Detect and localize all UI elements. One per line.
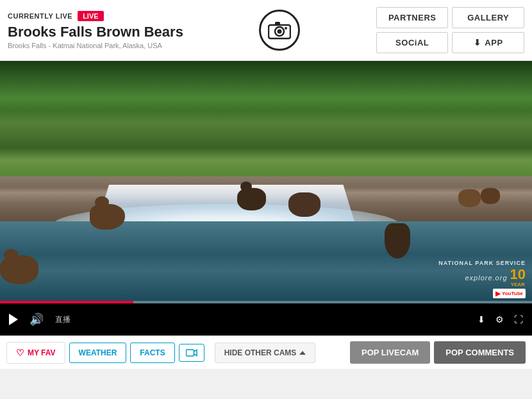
volume-icon: 🔊 [29, 312, 44, 327]
watermark: NATIONAL PARK SERVICE explore.org 10 YEA… [438, 260, 526, 298]
cam-icon-button[interactable] [179, 344, 204, 362]
bear-6 [458, 189, 481, 207]
fullscreen-button[interactable]: ⛶ [511, 312, 526, 327]
settings-button[interactable]: ⚙ [493, 312, 506, 327]
play-button[interactable] [6, 311, 21, 328]
video-controls: 🔊 直播 ⬇ ⚙ ⛶ [0, 303, 532, 335]
youtube-badge: ▶ YouTube [493, 289, 526, 298]
fav-button[interactable]: ♡ MY FAV [6, 342, 65, 364]
nps-label: NATIONAL PARK SERVICE [438, 260, 526, 266]
forest-background [0, 61, 532, 185]
explore-number: 10 [510, 267, 526, 282]
bear-3 [288, 192, 320, 217]
explore-label: explore.org [465, 274, 507, 282]
stream-location: Brooks Falls - Katmai National Park, Ala… [8, 42, 183, 49]
weather-button[interactable]: WEATHER [69, 343, 127, 363]
arrow-up-icon [299, 351, 306, 355]
pop-comments-button[interactable]: POP COMMENTS [434, 341, 526, 364]
pop-livecam-button[interactable]: POP LIVECAM [350, 341, 430, 364]
partners-button[interactable]: PARTNERS [376, 7, 449, 28]
stream-title: Brooks Falls Brown Bears [8, 24, 183, 40]
hide-cams-label: HIDE OTHER CAMS [224, 348, 297, 357]
download-icon: ⬇ [474, 38, 481, 47]
header-center [259, 10, 300, 51]
camera-icon-circle [259, 10, 300, 51]
bear-2 [237, 188, 266, 210]
bear-4 [385, 223, 410, 259]
live-badge: LIVE [78, 11, 103, 21]
app-label: APP [485, 38, 503, 47]
play-icon [9, 314, 18, 325]
svg-rect-5 [186, 350, 194, 356]
svg-rect-3 [275, 22, 280, 25]
download-icon: ⬇ [478, 314, 485, 325]
currently-live-label: CURRENTLY LIVE [8, 12, 72, 20]
social-button[interactable]: SOCiAL [376, 32, 449, 53]
gallery-button[interactable]: GALLERY [452, 7, 524, 28]
bear-7 [481, 188, 500, 204]
video-cam-icon [186, 348, 197, 357]
live-indicator: 直播 [55, 314, 71, 325]
volume-button[interactable]: 🔊 [27, 310, 46, 329]
bear-5 [0, 255, 38, 284]
settings-icon: ⚙ [495, 314, 504, 325]
svg-point-2 [278, 30, 282, 34]
facts-button[interactable]: FACTS [130, 343, 174, 363]
download-button[interactable]: ⬇ [475, 312, 488, 327]
heart-icon: ♡ [16, 348, 24, 358]
camera-icon [268, 19, 291, 42]
header-buttons: PARTNERS GALLERY SOCiAL ⬇ APP [376, 7, 524, 53]
video-player[interactable]: NATIONAL PARK SERVICE explore.org 10 YEA… [0, 61, 532, 335]
header: CURRENTLY LIVE LIVE Brooks Falls Brown B… [0, 0, 532, 61]
watermark-row: explore.org 10 YEAR [465, 267, 526, 287]
stream-info: CURRENTLY LIVE LIVE Brooks Falls Brown B… [8, 11, 183, 49]
bear-1 [90, 204, 125, 230]
svg-point-4 [285, 27, 287, 30]
controls-right: ⬇ ⚙ ⛶ [475, 312, 526, 327]
year-label: YEAR [511, 282, 525, 287]
youtube-row: ▶ YouTube [493, 289, 526, 298]
fullscreen-icon: ⛶ [514, 314, 523, 325]
youtube-label: YouTube [502, 291, 523, 296]
hide-other-cams-button[interactable]: HIDE OTHER CAMS [215, 343, 316, 363]
live-bar: CURRENTLY LIVE LIVE [8, 11, 183, 21]
bottom-toolbar: ♡ MY FAV WEATHER FACTS HIDE OTHER CAMS P… [0, 335, 532, 369]
fav-label: MY FAV [28, 348, 56, 357]
app-button[interactable]: ⬇ APP [452, 32, 524, 53]
